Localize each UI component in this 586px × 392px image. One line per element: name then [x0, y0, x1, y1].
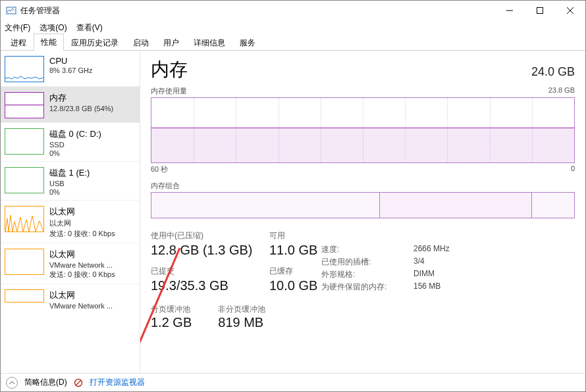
sidebar-item-sub: SSD [49, 141, 101, 149]
titlebar: 任务管理器 [1, 1, 585, 20]
tab-services[interactable]: 服务 [232, 34, 263, 51]
sidebar-item-cpu[interactable]: CPU 8% 3.67 GHz [1, 51, 140, 86]
memory-specs: 速度:2666 MHz 已使用的插槽:3/4 外形规格:DIMM 为硬件保留的内… [321, 243, 450, 293]
content-pane: 内存 24.0 GB 内存使用量 23.8 GB 60 秒 0 内存组合 [140, 51, 585, 373]
tab-performance[interactable]: 性能 [34, 34, 64, 51]
svg-rect-2 [537, 8, 543, 14]
ethernet-thumb [5, 249, 44, 275]
memory-usage-graph [151, 97, 575, 163]
stat-nonpaged-value: 819 MB [218, 315, 265, 330]
cpu-thumb [5, 56, 44, 82]
graph-axis-right: 0 [571, 164, 575, 174]
memory-composition-bar [151, 192, 575, 218]
disk-thumb [5, 128, 44, 155]
open-resource-monitor-link[interactable]: 打开资源监视器 [90, 377, 145, 388]
graph-usage-max: 23.8 GB [548, 86, 575, 96]
sidebar-item-label: 内存 [49, 92, 113, 104]
menu-file[interactable]: 文件(F) [5, 22, 30, 34]
minimize-button[interactable] [494, 1, 525, 20]
memory-total: 24.0 GB [531, 65, 575, 79]
sidebar-item-sub2: 发送: 0 接收: 0 Kbps [49, 270, 115, 280]
stat-committed-value: 19.3/35.3 GB [151, 278, 263, 293]
stat-in-use-label: 使用中(已压缩) [151, 230, 263, 241]
sidebar-item-sub2: 0% [49, 188, 90, 196]
spec-speed-label: 速度: [321, 244, 394, 255]
menu-options[interactable]: 选项(O) [40, 22, 67, 34]
page-title: 内存 [151, 57, 188, 82]
spec-reserved-value: 156 MB [413, 282, 440, 293]
tab-app-history[interactable]: 应用历史记录 [64, 34, 126, 51]
sidebar-item-ethernet2[interactable]: 以太网 VMware Network ... [1, 283, 140, 314]
spec-form-value: DIMM [413, 269, 435, 280]
sidebar-item-label: 以太网 [49, 249, 115, 260]
sidebar-item-label: 以太网 [49, 206, 115, 218]
spec-slots-label: 已使用的插槽: [321, 257, 394, 268]
disk-thumb [5, 167, 44, 193]
prohibited-icon [74, 378, 83, 387]
expand-button[interactable] [6, 377, 18, 389]
ethernet-thumb [5, 289, 44, 303]
menu-bar: 文件(F) 选项(O) 查看(V) [1, 20, 585, 35]
sidebar-item-label: 磁盘 1 (E:) [49, 167, 90, 179]
sidebar-item-disk1[interactable]: 磁盘 1 (E:) USB 0% [1, 161, 140, 200]
stat-nonpaged-label: 非分页缓冲池 [218, 304, 265, 315]
sidebar-item-sub2: 发送: 0 接收: 0 Kbps [49, 229, 115, 239]
brief-info-link[interactable]: 简略信息(D) [24, 377, 67, 388]
graph-usage-label: 内存使用量 [151, 86, 187, 96]
sidebar-item-ethernet0[interactable]: 以太网 以太网 发送: 0 接收: 0 Kbps [1, 200, 140, 243]
ethernet-thumb [5, 206, 44, 232]
spec-speed-value: 2666 MHz [413, 244, 450, 255]
spec-form-label: 外形规格: [321, 269, 394, 280]
window-title: 任务管理器 [20, 5, 494, 16]
sidebar-item-ethernet1[interactable]: 以太网 VMware Network ... 发送: 0 接收: 0 Kbps [1, 243, 140, 283]
window-controls [494, 1, 585, 20]
bottom-bar: 简略信息(D) 打开资源监视器 [1, 373, 585, 391]
sidebar-item-sub: VMware Network ... [49, 261, 115, 269]
sidebar-item-label: 磁盘 0 (C: D:) [49, 128, 101, 140]
stat-paged-value: 1.2 GB [151, 315, 192, 330]
menu-view[interactable]: 查看(V) [76, 22, 103, 34]
graph-axis-left: 60 秒 [151, 164, 168, 174]
memory-thumb [5, 92, 44, 118]
tab-bar: 进程 性能 应用历史记录 启动 用户 详细信息 服务 [1, 35, 585, 51]
sidebar-item-sub: 以太网 [49, 218, 115, 228]
stat-in-use-value: 12.8 GB (1.3 GB) [151, 243, 263, 258]
sidebar-item-sub2: 0% [49, 149, 101, 157]
sidebar-item-sub: 8% 3.67 GHz [49, 66, 92, 74]
sidebar-item-label: CPU [49, 56, 92, 66]
sidebar-item-sub: 12.8/23.8 GB (54%) [49, 105, 113, 112]
sidebar-item-label: 以太网 [49, 289, 113, 301]
tab-processes[interactable]: 进程 [3, 34, 34, 51]
maximize-button[interactable] [525, 1, 555, 20]
tab-users[interactable]: 用户 [156, 34, 186, 51]
tab-startup[interactable]: 启动 [126, 34, 156, 51]
sidebar-item-sub: USB [49, 180, 90, 187]
spec-reserved-label: 为硬件保留的内存: [321, 282, 394, 293]
tab-details[interactable]: 详细信息 [186, 34, 232, 51]
svg-line-7 [76, 380, 81, 385]
sidebar-item-disk0[interactable]: 磁盘 0 (C: D:) SSD 0% [1, 122, 140, 161]
stat-avail-label: 可用 [269, 230, 345, 241]
sidebar[interactable]: CPU 8% 3.67 GHz 内存 12.8/23.8 GB (54%) 磁盘… [1, 51, 140, 373]
stat-committed-label: 已提交 [151, 266, 263, 277]
app-icon [6, 5, 16, 16]
stat-paged-label: 分页缓冲池 [151, 304, 192, 315]
sidebar-item-memory[interactable]: 内存 12.8/23.8 GB (54%) [1, 86, 140, 122]
main-area: CPU 8% 3.67 GHz 内存 12.8/23.8 GB (54%) 磁盘… [1, 51, 585, 373]
close-button[interactable] [555, 1, 585, 20]
memory-composition-label: 内存组合 [151, 181, 575, 191]
sidebar-item-sub: VMware Network ... [49, 302, 113, 310]
spec-slots-value: 3/4 [413, 257, 425, 268]
